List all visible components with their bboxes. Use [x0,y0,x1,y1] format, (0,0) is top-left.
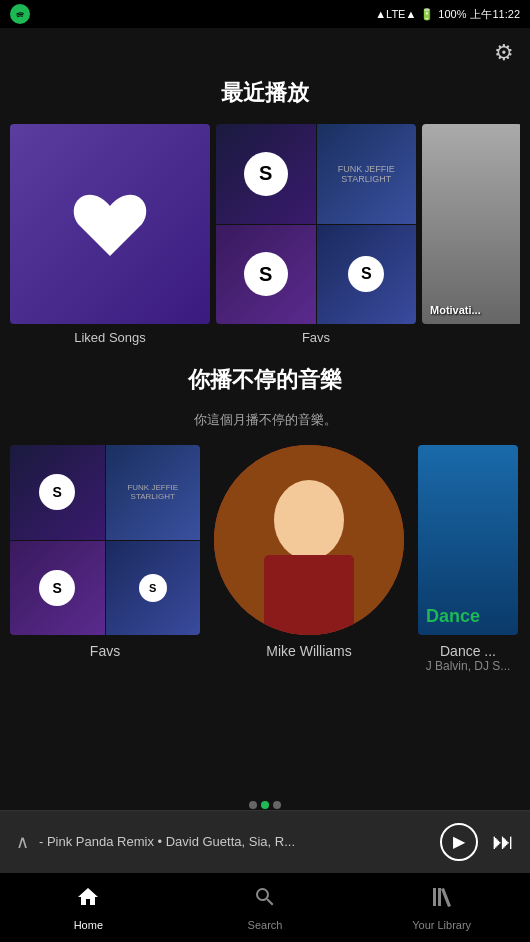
recent-title: 最近播放 [10,78,520,108]
svg-point-4 [275,481,343,553]
np-controls: ▶ ⏭ [440,823,514,861]
header: ⚙ [0,28,530,78]
bottom-nav: Home Search Your Library [0,872,530,942]
favs-label: Favs [216,330,416,345]
svg-rect-6 [438,888,441,906]
favs-cell-3: S [216,225,316,325]
favs-collage: S FUNK JEFFIESTARLIGHT S [216,124,416,324]
status-bar: ▲LTE▲ 🔋 100% 上午11:22 [0,0,530,28]
liked-songs-label: Liked Songs [10,330,210,345]
dance-cover: Dance [418,445,518,635]
network-indicator: ▲LTE▲ [375,8,416,20]
svg-rect-5 [433,888,436,906]
liked-songs-cover [10,124,210,324]
motivati-cover: Motivati... [422,124,520,324]
status-left [10,4,30,24]
ns-favs-cell-1: S [10,445,105,540]
nonstop-dance[interactable]: Dance Dance ... J Balvin, DJ S... [418,445,518,673]
spotify-logo [10,4,30,24]
main-content: 最近播放 Liked Songs S [0,78,530,810]
nonstop-favs[interactable]: S FUNK JEFFIESTARLIGHT S S [10,445,200,673]
nav-search[interactable]: Search [177,877,354,939]
favs-stack: S FUNK JEFFIESTARLIGHT S [216,124,416,345]
play-icon: ▶ [453,832,465,851]
battery-level: 100% [438,8,466,20]
track-info: - Pink Panda Remix • David Guetta, Sia, … [39,834,295,849]
mike-williams-label: Mike Williams [266,643,352,659]
favs-cell-1: S [216,124,316,224]
dot-2 [261,801,269,809]
ns-favs-cell-4: S [106,541,201,636]
recent-favs[interactable]: S FUNK JEFFIESTARLIGHT S [216,124,416,345]
battery-icon: 🔋 [420,8,434,21]
favs-cell-2: FUNK JEFFIESTARLIGHT [317,124,417,224]
time: 上午11:22 [470,7,520,22]
nonstop-subtitle: 你這個月播不停的音樂。 [10,411,520,429]
library-icon [430,885,454,915]
recent-section: 最近播放 Liked Songs S [0,78,530,365]
spinnin-logo-2: S [244,252,288,296]
settings-icon[interactable]: ⚙ [494,40,514,66]
nonstop-favs-collage: S FUNK JEFFIESTARLIGHT S S [10,445,200,635]
nonstop-favs-label: Favs [90,643,120,659]
nonstop-grid: S FUNK JEFFIESTARLIGHT S S [10,445,520,673]
dance-label: Dance ... [440,643,496,659]
nonstop-title: 你播不停的音樂 [10,365,520,395]
recent-liked-songs[interactable]: Liked Songs [10,124,210,345]
nonstop-section: 你播不停的音樂 你這個月播不停的音樂。 S FUNK JEFFIESTARLIG… [0,365,530,693]
skip-button[interactable]: ⏭ [492,829,514,855]
nav-home[interactable]: Home [0,877,177,939]
dot-1 [249,801,257,809]
search-icon [253,885,277,915]
dance-sublabel: J Balvin, DJ S... [426,659,511,673]
spinnin-logo-3: S [348,256,384,292]
mike-williams-photo [214,445,404,635]
search-label: Search [248,919,283,931]
your-library-label: Your Library [412,919,471,931]
collapse-icon[interactable]: ∧ [16,831,29,853]
recent-grid: Liked Songs S FUNK JEFFIESTARLIGHT [10,124,520,345]
progress-dots [249,801,281,809]
now-playing-bar[interactable]: ∧ - Pink Panda Remix • David Guetta, Sia… [0,810,530,872]
nonstop-mike-williams[interactable]: Mike Williams [214,445,404,673]
home-label: Home [74,919,103,931]
recent-motivati[interactable]: Motivati... [422,124,520,345]
home-icon [76,885,100,915]
np-left: ∧ - Pink Panda Remix • David Guetta, Sia… [16,831,295,853]
svg-rect-3 [264,555,354,635]
nav-your-library[interactable]: Your Library [353,877,530,939]
favs-cell-4: S [317,225,417,325]
dot-3 [273,801,281,809]
ns-favs-cell-2: FUNK JEFFIESTARLIGHT [106,445,201,540]
ns-favs-cell-3: S [10,541,105,636]
play-button[interactable]: ▶ [440,823,478,861]
spinnin-logo-1: S [244,152,288,196]
status-right: ▲LTE▲ 🔋 100% 上午11:22 [375,7,520,22]
